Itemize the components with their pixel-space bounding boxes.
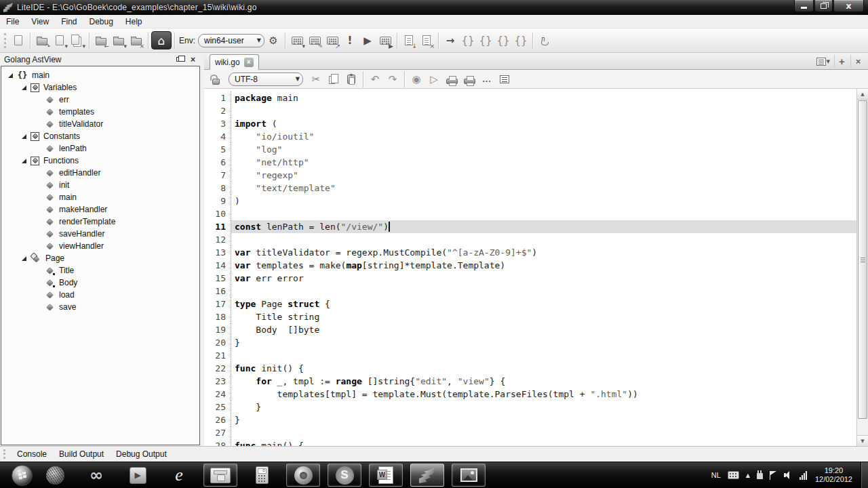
- code-line-7[interactable]: 7 "regexp": [204, 169, 856, 182]
- code-line-14[interactable]: 14var templates = make(map[string]*templ…: [204, 259, 856, 272]
- fold-open-icon[interactable]: {}: [459, 32, 477, 49]
- close-editor-button[interactable]: ×: [850, 55, 865, 68]
- network-signal-icon[interactable]: [800, 471, 807, 480]
- editor-scrollbar[interactable]: ▲ ▼: [856, 89, 868, 446]
- media-player-icon-button[interactable]: ▶: [121, 464, 155, 487]
- close-button[interactable]: x: [833, 0, 864, 12]
- undo-icon[interactable]: ↶: [366, 70, 384, 88]
- tree-item-makehandler[interactable]: makeHandler: [1, 203, 199, 216]
- skype-icon-button[interactable]: S: [328, 464, 361, 487]
- code-line-6[interactable]: 6 "net/http": [204, 156, 856, 169]
- code-editor[interactable]: 1package main23import (4 "io/ioutil"5 "l…: [204, 89, 856, 446]
- new-tab-button[interactable]: +: [834, 55, 849, 68]
- code-line-11[interactable]: 11const lenPath = len("/view/"): [204, 220, 856, 233]
- infinity-icon-button[interactable]: ∞: [79, 464, 113, 487]
- tree-item-rendertemplate[interactable]: renderTemplate: [1, 216, 199, 228]
- tree-item-titlevalidator[interactable]: titleValidator: [1, 118, 199, 130]
- code-line-16[interactable]: 16: [204, 285, 856, 298]
- code-line-19[interactable]: 19 Body []byte: [204, 323, 856, 336]
- restore-button[interactable]: [814, 0, 833, 12]
- code-line-17[interactable]: 17type Page struct {: [204, 298, 856, 310]
- clock[interactable]: 19:20 12/02/2012: [815, 466, 852, 484]
- menu-view[interactable]: View: [25, 16, 55, 28]
- keyboard-icon[interactable]: [728, 471, 739, 479]
- redo-icon[interactable]: ↷: [384, 70, 401, 88]
- reload-file-icon[interactable]: ←: [92, 32, 110, 49]
- tree-item-main[interactable]: {}main: [1, 69, 199, 81]
- tree-item-load[interactable]: load: [1, 289, 199, 301]
- code-line-22[interactable]: 22func init() {: [204, 362, 856, 375]
- tree-item-err[interactable]: err: [1, 94, 199, 106]
- save-all-icon[interactable]: ▾: [68, 32, 86, 49]
- lock-icon[interactable]: [207, 70, 224, 88]
- build-icon[interactable]: ▾: [288, 32, 306, 49]
- calculator-icon-button[interactable]: [245, 464, 279, 487]
- tab-wiki-go[interactable]: wiki.go ×: [210, 54, 259, 70]
- code-line-1[interactable]: 1package main: [204, 92, 856, 104]
- menu-debug[interactable]: Debug: [83, 16, 119, 28]
- code-line-25[interactable]: 25 }: [204, 401, 856, 413]
- tree-item-variables[interactable]: Variables: [1, 81, 199, 94]
- tree-item-edithandler[interactable]: editHandler: [1, 167, 199, 179]
- copy-icon[interactable]: [325, 70, 342, 88]
- settings-gear-icon[interactable]: ⚙: [264, 32, 282, 49]
- doc-list-icon[interactable]: [496, 70, 513, 88]
- action-center-flag-icon[interactable]: [770, 471, 777, 480]
- tree-item-save[interactable]: save: [1, 301, 199, 313]
- firefox-icon-button[interactable]: [286, 464, 320, 487]
- tab-list-button[interactable]: ▼: [814, 55, 833, 68]
- save-file-icon[interactable]: ▾: [51, 32, 68, 49]
- export-close-icon[interactable]: ×: [418, 32, 435, 49]
- code-line-28[interactable]: 28func main() {: [204, 439, 856, 446]
- power-plug-icon[interactable]: [757, 473, 763, 479]
- paste-icon[interactable]: [342, 70, 360, 88]
- start-button[interactable]: [12, 465, 33, 486]
- float-panel-button[interactable]: [174, 55, 184, 64]
- open-file-icon[interactable]: ↷: [33, 32, 51, 49]
- tree-item-init[interactable]: init: [1, 179, 199, 191]
- env-select[interactable]: win64-user ▼: [198, 34, 264, 47]
- code-line-10[interactable]: 10: [204, 207, 856, 220]
- print-icon[interactable]: [443, 70, 460, 88]
- explorer-icon-button[interactable]: [203, 464, 237, 487]
- tree-item-templates[interactable]: templates: [1, 106, 199, 118]
- tree-item-title[interactable]: Title: [1, 264, 199, 277]
- code-line-27[interactable]: 27: [204, 426, 856, 439]
- bottom-tab-debug-output[interactable]: Debug Output: [110, 447, 173, 461]
- code-line-20[interactable]: 20}: [204, 336, 856, 349]
- scroll-down-icon[interactable]: ▼: [857, 435, 868, 446]
- code-line-26[interactable]: 26}: [204, 413, 856, 426]
- stop-icon[interactable]: !: [341, 32, 359, 49]
- expand-arrow-icon[interactable]: [22, 134, 26, 139]
- tree-item-page[interactable]: Page: [1, 252, 199, 264]
- scroll-up-icon[interactable]: ▲: [857, 89, 868, 100]
- home-icon[interactable]: ⌂: [151, 31, 172, 49]
- tree-item-body[interactable]: Body: [1, 277, 199, 289]
- pan-hand-icon[interactable]: [536, 32, 553, 49]
- new-file-icon[interactable]: [9, 32, 27, 49]
- language-indicator[interactable]: NL: [711, 471, 721, 479]
- expand-arrow-icon[interactable]: [22, 256, 26, 261]
- tree-item-lenpath[interactable]: lenPath: [1, 142, 199, 155]
- expand-arrow-icon[interactable]: [22, 85, 26, 90]
- speaker-icon[interactable]: [784, 471, 793, 479]
- close-all-icon[interactable]: ×: [127, 32, 145, 49]
- fold-all-icon[interactable]: {}: [512, 32, 530, 49]
- menu-find[interactable]: Find: [55, 16, 83, 28]
- tree-item-main[interactable]: main: [1, 191, 199, 203]
- code-line-18[interactable]: 18 Title string: [204, 310, 856, 323]
- code-line-8[interactable]: 8 "text/template": [204, 182, 856, 195]
- scrollbar-thumb[interactable]: [858, 100, 867, 419]
- code-line-2[interactable]: 2: [204, 104, 856, 117]
- run-icon[interactable]: ▶: [359, 32, 376, 49]
- install-icon[interactable]: ↗: [323, 32, 341, 49]
- code-line-5[interactable]: 5 "log": [204, 143, 856, 156]
- code-line-23[interactable]: 23 for _, tmpl := range []string{"edit",…: [204, 375, 856, 388]
- save-session-icon[interactable]: ▾: [110, 32, 127, 49]
- encoding-select[interactable]: UTF-8 ▼: [229, 73, 303, 86]
- bottom-tab-console[interactable]: Console: [11, 447, 53, 461]
- menu-help[interactable]: Help: [119, 16, 149, 28]
- expand-arrow-icon[interactable]: [22, 159, 26, 163]
- record-icon[interactable]: ◉: [408, 70, 425, 88]
- liteide-icon-button[interactable]: [410, 464, 444, 487]
